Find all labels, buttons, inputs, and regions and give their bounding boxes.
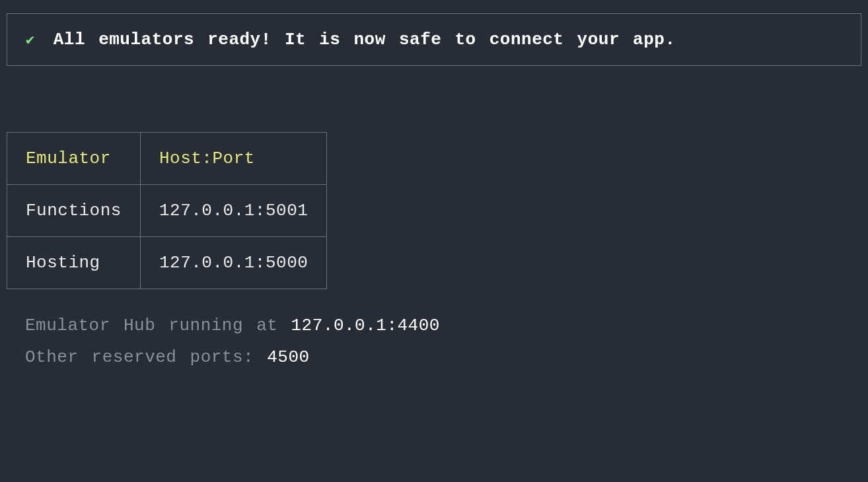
table-row: Functions 127.0.0.1:5001 — [7, 185, 327, 237]
emulator-table: Emulator Host:Port Functions 127.0.0.1:5… — [7, 132, 327, 289]
emulator-name-cell: Functions — [7, 185, 141, 237]
reserved-label: Other reserved ports: — [25, 347, 267, 367]
table-header-row: Emulator Host:Port — [7, 133, 327, 185]
reserved-ports: 4500 — [267, 347, 309, 367]
emulator-hostport-cell: 127.0.0.1:5001 — [140, 185, 326, 237]
reserved-ports-line: Other reserved ports: 4500 — [25, 347, 861, 367]
hub-address: 127.0.0.1:4400 — [291, 316, 439, 335]
banner-message: All emulators ready! It is now safe to c… — [54, 30, 676, 50]
checkmark-icon: ✔ — [26, 31, 35, 49]
hub-label: Emulator Hub running at — [25, 316, 291, 335]
header-host-port: Host:Port — [140, 133, 326, 185]
emulator-name-cell: Hosting — [7, 237, 141, 289]
status-banner: ✔ All emulators ready! It is now safe to… — [7, 13, 861, 66]
emulator-hostport-cell: 127.0.0.1:5000 — [140, 237, 326, 289]
header-emulator: Emulator — [7, 133, 141, 185]
table-row: Hosting 127.0.0.1:5000 — [7, 237, 327, 289]
emulator-hub-line: Emulator Hub running at 127.0.0.1:4400 — [25, 316, 861, 335]
